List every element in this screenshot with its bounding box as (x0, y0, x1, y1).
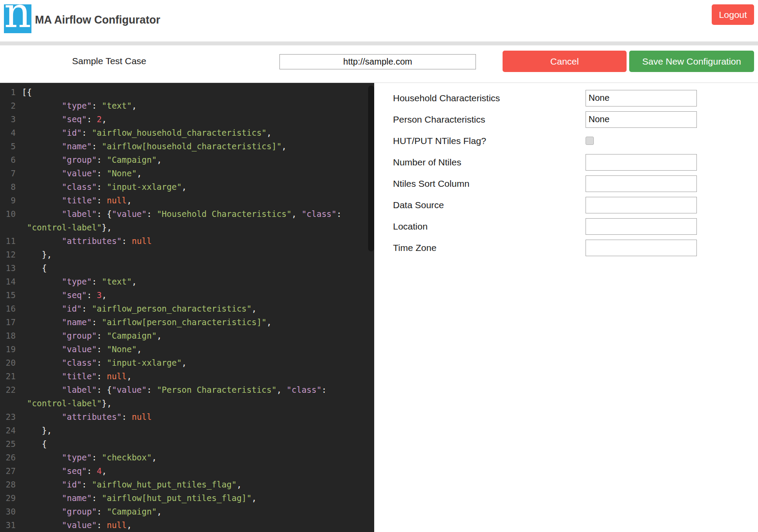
field-label: HUT/PUT NTiles Flag? (393, 136, 586, 146)
code-line: "control-label"}, (0, 397, 374, 410)
line-number: 26 (0, 451, 21, 464)
code-text: "value": "None", (22, 167, 142, 180)
logout-button[interactable]: Logout (712, 4, 754, 25)
code-line: 26 "type": "checkbox", (0, 451, 374, 464)
editor-scrollbar-thumb[interactable] (368, 86, 374, 251)
line-number: 15 (0, 288, 21, 302)
code-text: "attributes": null (22, 410, 152, 424)
code-line: 21 "title": null, (0, 370, 374, 383)
line-number: 29 (0, 491, 21, 505)
time-zone-input[interactable] (586, 240, 697, 256)
line-number: 31 (0, 518, 21, 532)
line-number: 14 (0, 275, 21, 288)
code-line: 31 "value": null, (0, 518, 374, 532)
code-line: 6 "group": "Campaign", (0, 153, 374, 167)
line-number: 3 (0, 113, 21, 126)
code-line: 27 "seq": 4, (0, 464, 374, 478)
household-characteristics-input[interactable] (586, 90, 697, 106)
line-number: 1 (0, 86, 21, 99)
code-text: "type": "text", (22, 99, 137, 113)
person-characteristics-input[interactable] (586, 111, 697, 128)
line-number: 22 (0, 383, 21, 397)
number-of-ntiles-input[interactable] (586, 154, 697, 171)
line-number: 19 (0, 343, 21, 356)
code-line: 25 { (0, 437, 374, 451)
json-code-editor[interactable]: 1[{2 "type": "text",3 "seq": 2,4 "id": "… (0, 83, 374, 532)
code-text: "name": "airflow[person_characteristics]… (22, 316, 272, 329)
code-line: 17 "name": "airflow[person_characteristi… (0, 316, 374, 329)
code-line: 10 "label": {"value": "Household Charact… (0, 207, 374, 221)
code-line: 30 "group": "Campaign", (0, 505, 374, 518)
code-line: 7 "value": "None", (0, 167, 374, 180)
line-number: 9 (0, 194, 21, 207)
field-label: Location (393, 221, 586, 232)
url-input[interactable] (279, 54, 476, 69)
field-label: Data Source (393, 200, 586, 210)
page-title: MA Airflow Configurator (35, 14, 160, 26)
code-text: "title": null, (22, 194, 132, 207)
location-input[interactable] (586, 218, 697, 235)
form-row: Household Characteristics (374, 87, 758, 109)
save-new-configuration-button[interactable]: Save New Configuration (629, 51, 754, 72)
code-line: 13 { (0, 261, 374, 275)
code-text: "seq": 2, (22, 113, 107, 126)
line-number: 11 (0, 234, 21, 248)
form-row: Data Source (374, 194, 758, 216)
app-header: n MA Airflow Configurator Logout (0, 0, 758, 41)
code-text: "label": {"value": "Household Characteri… (22, 207, 341, 221)
nielsen-logo-icon: n (4, 4, 31, 33)
code-line: 3 "seq": 2, (0, 113, 374, 126)
line-number: 10 (0, 207, 21, 221)
code-text: [{ (22, 86, 32, 99)
code-line: 5 "name": "airflow[household_characteris… (0, 140, 374, 153)
code-text: "class": "input-xxlarge", (22, 180, 187, 194)
code-line: 9 "title": null, (0, 194, 374, 207)
form-row: Time Zone (374, 237, 758, 258)
code-line: 1[{ (0, 86, 374, 99)
field-label: Ntiles Sort Column (393, 178, 586, 189)
code-text: "class": "input-xxlarge", (22, 356, 187, 370)
field-label: Number of Ntiles (393, 157, 586, 168)
code-line: 16 "id": "airflow_person_characteristics… (0, 302, 374, 316)
code-line: 4 "id": "airflow_household_characteristi… (0, 126, 374, 140)
line-number: 28 (0, 478, 21, 491)
code-line: 11 "attributes": null (0, 234, 374, 248)
form-row: Location (374, 216, 758, 237)
hut-put-ntiles-flag-checkbox[interactable] (586, 137, 594, 145)
code-line: 22 "label": {"value": "Person Characteri… (0, 383, 374, 397)
logo-letter: n (4, 4, 31, 27)
code-text: "type": "text", (22, 275, 137, 288)
code-text: "control-label"}, (22, 221, 112, 234)
code-text: { (22, 437, 47, 451)
code-line: 18 "group": "Campaign", (0, 329, 374, 343)
line-number: 17 (0, 316, 21, 329)
code-text: "group": "Campaign", (22, 153, 162, 167)
code-text: "group": "Campaign", (22, 329, 162, 343)
code-line: 8 "class": "input-xxlarge", (0, 180, 374, 194)
form-row: Person Characteristics (374, 109, 758, 130)
line-number: 6 (0, 153, 21, 167)
data-source-input[interactable] (586, 197, 697, 213)
line-number: 21 (0, 370, 21, 383)
code-text: "id": "airflow_household_characteristics… (22, 126, 272, 140)
code-text: "attributes": null (22, 234, 152, 248)
code-text: "group": "Campaign", (22, 505, 162, 518)
code-line: 29 "name": "airflow[hut_put_ntiles_flag]… (0, 491, 374, 505)
field-label: Time Zone (393, 243, 586, 253)
code-line: 23 "attributes": null (0, 410, 374, 424)
code-text: "seq": 3, (22, 288, 107, 302)
line-number: 16 (0, 302, 21, 316)
code-line: "control-label"}, (0, 221, 374, 234)
code-text: "label": {"value": "Person Characteristi… (22, 383, 327, 397)
header-divider-band (0, 41, 758, 45)
field-label: Person Characteristics (393, 114, 586, 125)
cancel-button[interactable]: Cancel (503, 51, 627, 72)
line-number: 8 (0, 180, 21, 194)
line-number: 13 (0, 261, 21, 275)
code-line: 2 "type": "text", (0, 99, 374, 113)
code-line: 12 }, (0, 248, 374, 261)
line-number: 25 (0, 437, 21, 451)
form-row: Number of Ntiles (374, 151, 758, 173)
ntiles-sort-column-input[interactable] (586, 175, 697, 192)
code-text: }, (22, 424, 52, 437)
